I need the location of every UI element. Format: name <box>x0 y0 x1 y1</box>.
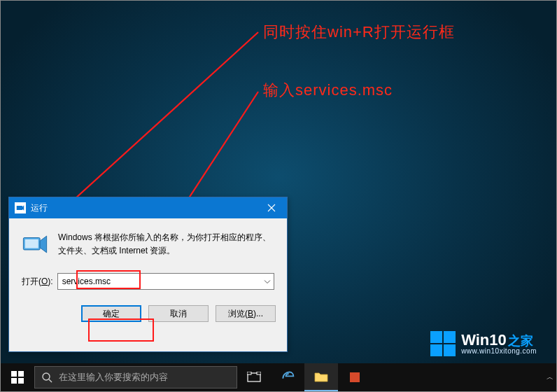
taskview-button[interactable] <box>237 363 271 391</box>
svg-rect-5 <box>11 371 17 377</box>
svg-rect-4 <box>25 239 38 248</box>
close-button[interactable] <box>255 197 287 218</box>
svg-line-0 <box>67 32 258 206</box>
search-placeholder: 在这里输入你要搜索的内容 <box>59 371 168 384</box>
system-tray[interactable]: ︿ <box>547 372 556 382</box>
tray-chevron-icon[interactable]: ︿ <box>547 372 554 382</box>
open-label: 打开(O): <box>22 276 53 288</box>
dialog-title: 运行 <box>31 202 255 214</box>
run-icon <box>22 231 48 258</box>
run-dialog: 运行 Windows 将根据你所输入的名称，为你打开相应的程序、文件夹、文档或 … <box>8 197 288 352</box>
cancel-button[interactable]: 取消 <box>148 305 209 322</box>
taskbar-search[interactable]: 在这里输入你要搜索的内容 <box>34 366 237 388</box>
dialog-description: Windows 将根据你所输入的名称，为你打开相应的程序、文件夹、文档或 Int… <box>58 231 274 258</box>
svg-rect-6 <box>18 371 24 377</box>
svg-rect-8 <box>18 378 24 384</box>
run-title-icon <box>15 202 26 214</box>
svg-point-9 <box>43 373 50 380</box>
start-button[interactable] <box>1 363 34 391</box>
ok-button[interactable]: 确定 <box>81 305 141 322</box>
open-input[interactable] <box>58 274 274 289</box>
svg-rect-13 <box>257 372 261 374</box>
svg-rect-2 <box>17 206 22 210</box>
titlebar[interactable]: 运行 <box>9 197 287 218</box>
annotation-winr: 同时按住win+R打开运行框 <box>263 22 455 43</box>
svg-rect-12 <box>247 372 251 374</box>
file-explorer-button[interactable] <box>304 363 338 391</box>
annotation-services: 输入services.msc <box>263 80 393 101</box>
svg-rect-14 <box>350 372 360 382</box>
windows-logo-icon <box>430 331 456 356</box>
watermark: Win10之家 www.win10xitong.com <box>430 331 537 356</box>
svg-rect-7 <box>11 378 17 384</box>
open-combobox[interactable] <box>57 273 274 290</box>
watermark-brand: Win10之家 <box>461 332 537 348</box>
watermark-url: www.win10xitong.com <box>461 348 537 355</box>
taskbar: 在这里输入你要搜索的内容 ︿ <box>1 363 556 391</box>
search-icon <box>35 372 59 383</box>
svg-line-10 <box>49 379 52 382</box>
browse-button[interactable]: 浏览(B)... <box>216 305 276 322</box>
app-button[interactable] <box>338 363 372 391</box>
edge-button[interactable] <box>271 363 304 391</box>
